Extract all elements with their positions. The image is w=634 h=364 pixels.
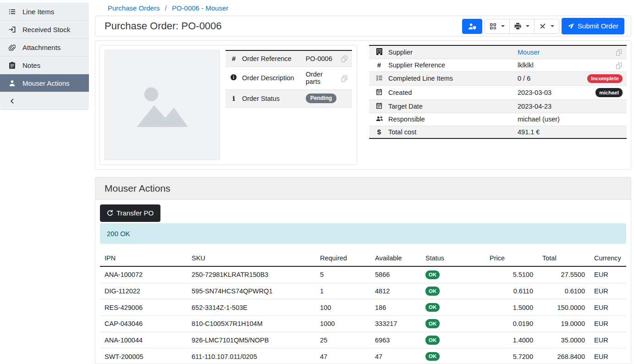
detail-label: Completed Line Items [388, 75, 453, 82]
line-item-row: DIG-112022595-SN74HCS74QPWRQ114812OK0.61… [100, 283, 626, 299]
sidebar-item-label: Mouser Actions [22, 79, 70, 87]
hash-icon: # [232, 55, 236, 62]
barcode-actions-button[interactable] [485, 19, 510, 34]
cell-required: 100 [315, 299, 370, 316]
detail-label: Supplier Reference [388, 61, 445, 69]
printer-icon [514, 23, 521, 29]
detail-row: Completed Line Items0 / 6Incomplete [369, 72, 627, 86]
paper-plane-icon [568, 23, 574, 30]
hash-icon: # [377, 61, 381, 68]
sidebar-item-attachments[interactable]: Attachments [0, 39, 89, 56]
cell-sku: 611-110.107.011/0205 [187, 348, 315, 364]
copy-icon[interactable] [616, 49, 623, 56]
detail-value-link[interactable]: Mouser [518, 49, 540, 56]
submit-order-button[interactable]: Submit Order [562, 18, 624, 34]
cell-currency: EUR [590, 299, 626, 316]
cell-sku: 652-3314Z-1-503E [187, 299, 315, 316]
breadcrumb-current-order[interactable]: PO-0006 - Mouser [172, 4, 228, 12]
line-items-table: IPNSKURequiredAvailableStatusPriceTotalC… [100, 252, 626, 364]
users-icon [375, 116, 383, 122]
cell-sku: 926-LMC7101QM5/NOPB [187, 332, 315, 348]
ok-status-badge: OK [425, 270, 440, 280]
detail-row: SupplierMouser [369, 45, 627, 59]
ok-status-badge: OK [425, 303, 440, 312]
cell-ipn: CAP-043046 [100, 315, 187, 332]
header-actions: Submit Order [462, 18, 624, 34]
cell-currency: EUR [590, 283, 626, 299]
ok-status-badge: OK [425, 287, 440, 296]
panel-header: Mouser Actions [95, 177, 631, 200]
submit-order-label: Submit Order [578, 22, 618, 30]
detail-value: 2023-03-03 [518, 89, 551, 96]
sidebar-item-mouser-actions[interactable]: Mouser Actions [0, 74, 89, 92]
michael-badge: michael [595, 88, 623, 97]
column-header-status[interactable]: Status [421, 252, 485, 266]
list-check-icon [376, 75, 383, 81]
detail-row: #Supplier Referencelklklkl [369, 59, 627, 72]
detail-value: 491.1 € [518, 128, 540, 136]
cell-required: 5 [315, 266, 370, 283]
column-header-available[interactable]: Available [370, 252, 421, 266]
copy-icon[interactable] [342, 75, 348, 82]
detail-row: Responsiblemichael (user) [369, 113, 627, 126]
table-header-row: IPNSKURequiredAvailableStatusPriceTotalC… [100, 252, 626, 266]
ok-status-badge: OK [425, 336, 440, 345]
column-header-currency[interactable]: Currency [590, 252, 626, 266]
cell-available: 333217 [370, 315, 421, 332]
detail-row: Order DescriptionOrder parts [226, 66, 352, 89]
incomplete-badge: Incomplete [587, 74, 623, 83]
cell-price: 5.5100 [485, 266, 538, 283]
detail-value: michael (user) [518, 116, 560, 123]
column-header-ipn[interactable]: IPN [100, 252, 187, 266]
building-icon [376, 48, 382, 55]
sidebar-item-received-stock[interactable]: Received Stock [0, 21, 89, 39]
detail-label: Supplier [388, 49, 413, 56]
column-header-total[interactable]: Total [538, 252, 590, 266]
cell-total: 27.5500 [538, 266, 590, 283]
complete-order-button[interactable] [462, 19, 482, 34]
calendar-icon [376, 102, 382, 109]
caret-down-icon [526, 25, 529, 27]
cell-ipn: ANA-100072 [100, 266, 187, 283]
cell-price: 1.4000 [485, 332, 538, 348]
sidebar-collapse-button[interactable] [0, 92, 89, 110]
ok-status-badge: OK [425, 319, 440, 328]
status-badge: Pending [306, 94, 336, 103]
copy-icon[interactable] [616, 62, 623, 69]
calendar-icon [376, 88, 382, 95]
column-header-required[interactable]: Required [315, 252, 370, 266]
sidebar-item-line-items[interactable]: Line Items [0, 3, 89, 21]
cell-available: 47 [370, 348, 421, 364]
caret-down-icon [501, 25, 505, 27]
cell-currency: EUR [590, 348, 626, 364]
ok-status-badge: OK [425, 352, 440, 361]
clipboard-icon [8, 62, 17, 69]
detail-value: 2023-04-23 [518, 103, 551, 110]
sidebar-item-notes[interactable]: Notes [0, 56, 89, 74]
caret-down-icon [551, 25, 554, 27]
cell-sku: 250-72981KLRATR150B3 [187, 266, 315, 283]
order-actions-button[interactable] [534, 19, 559, 34]
copy-icon[interactable] [342, 55, 348, 62]
line-item-row: ANA-100072250-72981KLRATR150B355866OK5.5… [100, 266, 626, 283]
detail-value: 0 / 6 [518, 75, 530, 82]
order-image-placeholder[interactable] [105, 50, 220, 160]
detail-value: Order parts [306, 71, 323, 85]
app-root: Line ItemsReceived StockAttachmentsNotes… [0, 0, 634, 364]
sidebar-menu: Line ItemsReceived StockAttachmentsNotes… [0, 3, 89, 110]
detail-label: Total cost [388, 128, 416, 136]
cell-required: 1000 [315, 315, 370, 332]
page-header: Purchase Order: PO-0006 [95, 16, 631, 37]
cell-price: 0.6110 [485, 283, 538, 299]
line-item-row: RES-429006652-3314Z-1-503E100186OK1.5000… [100, 299, 626, 316]
print-actions-button[interactable] [509, 19, 535, 34]
sidebar-item-label: Attachments [22, 44, 61, 51]
column-header-sku[interactable]: SKU [187, 252, 315, 266]
cell-available: 186 [370, 299, 421, 316]
line-item-row: ANA-100044926-LMC7101QM5/NOPB256963OK1.4… [100, 332, 626, 348]
list-icon [8, 8, 17, 15]
transfer-po-button[interactable]: Transfer PO [100, 204, 160, 222]
breadcrumb-purchase-orders[interactable]: Purchase Orders [108, 4, 160, 12]
dollar-icon: $ [377, 128, 381, 135]
column-header-price[interactable]: Price [485, 252, 538, 266]
